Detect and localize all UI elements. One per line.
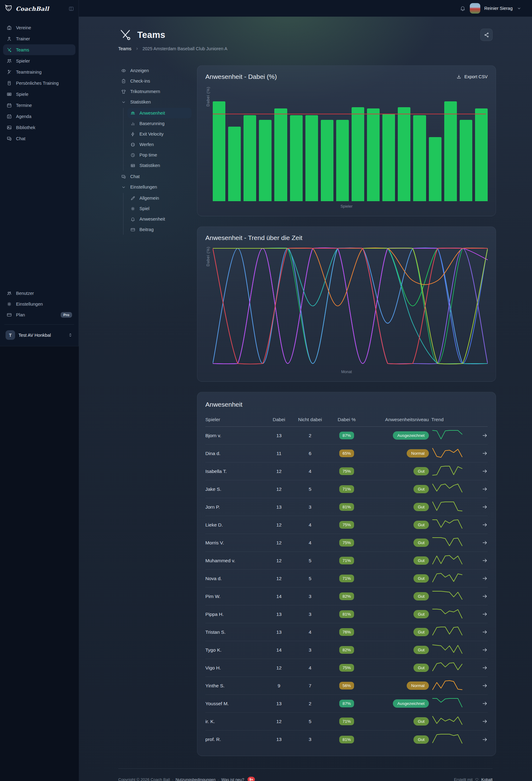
row-detail-arrow[interactable] — [482, 540, 488, 546]
sidebar-item-chat[interactable]: Chat — [3, 133, 76, 144]
table-row-prof-r[interactable]: prof. R.13381%Gut — [205, 731, 488, 748]
absent-count: 4 — [292, 665, 328, 671]
player-name: Pim W. — [205, 594, 266, 599]
row-detail-arrow[interactable] — [482, 433, 488, 439]
table-row-morris-v[interactable]: Morris V.12475%Gut — [205, 534, 488, 552]
row-detail-arrow[interactable] — [482, 611, 488, 617]
table-row-yinthe-s[interactable]: Yinthe S.9756%Normal — [205, 677, 488, 695]
sidebar-item-spiele[interactable]: Spiele — [3, 89, 76, 99]
table-row-jake-s[interactable]: Jake S.12571%Gut — [205, 480, 488, 498]
row-detail-arrow[interactable] — [482, 486, 488, 492]
subnav-subitem-baserunning[interactable]: Baserunning — [128, 118, 191, 129]
level-badge: Gut — [413, 610, 429, 618]
table-row-vigo-h[interactable]: Vigo H.12475%Gut — [205, 659, 488, 677]
subnav-subitem-werfen[interactable]: Werfen — [128, 139, 191, 150]
subnav-item-label: Check-ins — [130, 79, 150, 83]
subnav-subitem-anwesenheit[interactable]: Anwesenheit — [128, 108, 191, 118]
player-name: Jake S. — [205, 487, 266, 492]
pct-badge: 75% — [339, 467, 354, 475]
row-detail-arrow[interactable] — [482, 593, 488, 599]
whats-new-link[interactable]: Was ist neu? — [221, 777, 245, 781]
subnav-subitem-anwesenheit[interactable]: Anwesenheit — [128, 214, 191, 224]
subnav-subitem-allgemein[interactable]: Allgemein — [128, 193, 191, 203]
breadcrumb-teams-link[interactable]: Teams — [118, 46, 131, 51]
row-detail-arrow[interactable] — [482, 522, 488, 528]
table-row-pim-w[interactable]: Pim W.14382%Gut — [205, 587, 488, 605]
sidebar-item-einstellungen[interactable]: Einstellungen — [3, 298, 76, 309]
row-detail-arrow[interactable] — [482, 683, 488, 689]
subnav-subitem-exit-velocity[interactable]: Exit Velocity — [128, 129, 191, 139]
row-detail-arrow[interactable] — [482, 576, 488, 581]
sidebar-item-trainer[interactable]: Trainer — [3, 33, 76, 44]
subnav-subitem-beitrag[interactable]: Beitrag — [128, 224, 191, 235]
users-icon — [6, 291, 12, 296]
bar-chart-title: Anwesenheit - Dabei (%) — [205, 73, 277, 80]
row-detail-arrow[interactable] — [482, 665, 488, 671]
subnav-subitem-spiel[interactable]: Spiel — [128, 203, 191, 214]
user-menu-chevron-down-icon[interactable] — [517, 6, 522, 11]
table-row-tristan-s[interactable]: Tristan S.13476%Gut — [205, 623, 488, 641]
subnav-item-anzeigen[interactable]: Anzeigen — [118, 65, 191, 76]
terms-link[interactable]: Nutzungsbedingungen — [175, 777, 216, 781]
table-row-youssef-m[interactable]: Youssef M.13287%Ausgezeichnet — [205, 695, 488, 712]
sidebar-item-bibliothek[interactable]: Bibliothek — [3, 122, 76, 133]
row-detail-arrow[interactable] — [482, 737, 488, 742]
player-name: Muhammed v. — [205, 558, 266, 564]
present-count: 12 — [266, 665, 292, 671]
row-detail-arrow[interactable] — [482, 647, 488, 653]
sidebar-item-agenda[interactable]: Agenda — [3, 111, 76, 122]
sidebar-item-vereine[interactable]: Vereine — [3, 22, 76, 33]
subnav-subitem-pop-time[interactable]: Pop time — [128, 150, 191, 160]
kobalt-link[interactable]: Kobalt — [481, 777, 493, 781]
sidebar-item-teamtraining[interactable]: Teamtraining — [3, 67, 76, 77]
table-row-ir-k[interactable]: ir. K.12571%Gut — [205, 712, 488, 731]
trend-sparkline — [429, 625, 482, 639]
subnav-item-statistiken[interactable]: Statistiken — [118, 97, 191, 107]
bar-chart-xlabel: Spieler — [205, 204, 488, 209]
level-badge: Gut — [413, 485, 429, 493]
subnav-subitem-statistiken[interactable]: Statistiken — [128, 160, 191, 171]
table-row-bjorn-v[interactable]: Bjorn v.13287%Ausgezeichnet — [205, 427, 488, 445]
sidebar-item-pers-nliches-training[interactable]: Persönliches Training — [3, 78, 76, 88]
row-detail-arrow[interactable] — [482, 558, 488, 564]
table-row-lieke-d[interactable]: Lieke D.12475%Gut — [205, 516, 488, 534]
player-name: Bjorn v. — [205, 433, 266, 439]
eye-icon — [121, 68, 126, 73]
sidebar-item-plan[interactable]: PlanPro — [3, 309, 76, 320]
subnav-item-label: Anzeigen — [130, 68, 149, 73]
subnav-item-chat[interactable]: Chat — [118, 171, 191, 182]
row-detail-arrow[interactable] — [482, 701, 488, 706]
table-row-pippa-h[interactable]: Pippa H.13381%Gut — [205, 605, 488, 623]
table-row-jorn-p[interactable]: Jorn P.13381%Gut — [205, 498, 488, 516]
subnav-item-einstellungen[interactable]: Einstellungen — [118, 182, 191, 192]
notifications-bell-icon[interactable] — [460, 5, 466, 11]
subnav-item-trikotnummern[interactable]: Trikotnummern — [118, 86, 191, 97]
table-row-isabella-t[interactable]: Isabella T.12475%Gut — [205, 462, 488, 480]
table-row-dina-d[interactable]: Dina d.11665%Normal — [205, 445, 488, 462]
sidebar-item-benutzer[interactable]: Benutzer — [3, 288, 76, 298]
row-detail-arrow[interactable] — [482, 468, 488, 474]
table-row-nova-d[interactable]: Nova d.12571%Gut — [205, 570, 488, 587]
subnav-item-check-ins[interactable]: Check-ins — [118, 76, 191, 86]
sidebar-item-label: Plan — [16, 313, 25, 317]
sidebar-item-spieler[interactable]: Spieler — [3, 55, 76, 66]
sidebar-item-teams[interactable]: Teams — [3, 44, 76, 55]
attendance-table-card: Anwesenheit Spieler Dabei Nicht dabei Da… — [197, 392, 496, 756]
bar-bjorn-v — [213, 101, 225, 201]
subnav-item-label: Statistiken — [139, 163, 160, 168]
pct-badge: 75% — [339, 521, 354, 529]
pct-badge: 71% — [339, 575, 354, 582]
row-detail-arrow[interactable] — [482, 504, 488, 510]
sidebar-item-termine[interactable]: Termine — [3, 100, 76, 111]
share-button[interactable] — [480, 29, 493, 41]
row-detail-arrow[interactable] — [482, 629, 488, 635]
account-switcher[interactable]: T Test AV Honkbal — [3, 329, 76, 340]
sidebar-collapse-icon[interactable] — [69, 6, 74, 12]
row-detail-arrow[interactable] — [482, 718, 488, 724]
table-row-tygo-k[interactable]: Tygo K.14382%Gut — [205, 641, 488, 659]
row-detail-arrow[interactable] — [482, 450, 488, 456]
export-csv-button[interactable]: Export CSV — [456, 74, 488, 80]
table-row-muhammed-v[interactable]: Muhammed v.12571%Gut — [205, 552, 488, 570]
subnav-item-label: Beitrag — [139, 227, 153, 232]
user-avatar[interactable] — [470, 3, 480, 13]
